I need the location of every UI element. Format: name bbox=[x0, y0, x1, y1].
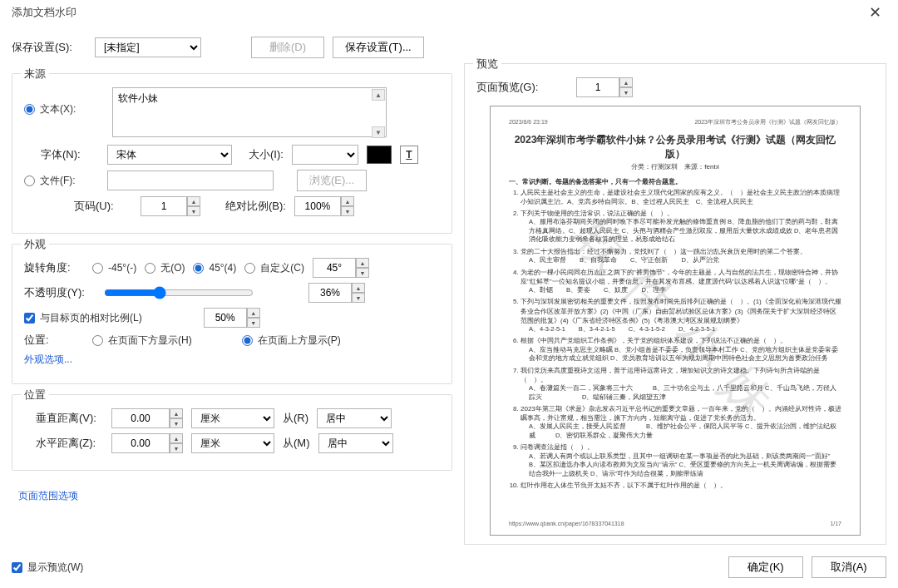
doc-q7: 我们党历来高度重视诗文运用，善于运用诗远富诗文，增加知识文的诗文建稳。下列诗句所… bbox=[521, 367, 820, 383]
source-legend: 来源 bbox=[21, 67, 49, 82]
page-up-icon[interactable]: ▲ bbox=[187, 196, 200, 206]
position-fieldset: 位置 垂直距离(V): ▲▼ 厘米 从(R) 居中 水平距离(Z): ▲▼ bbox=[12, 394, 452, 471]
doc-q3: 党的二十大报告指出：经过不懈努力，党找到了（ ）这一跳出治乱兴衰历史用时的第二个… bbox=[521, 248, 807, 255]
hdist-unit-combo[interactable]: 厘米 bbox=[191, 433, 274, 453]
preview-down-icon[interactable]: ▼ bbox=[619, 87, 633, 97]
rot-down-icon[interactable]: ▼ bbox=[356, 268, 369, 278]
hdist-down-icon[interactable]: ▼ bbox=[170, 443, 183, 453]
doc-q9: 问卷调查法是指（ ）。 bbox=[521, 443, 594, 451]
page-range-link[interactable]: 页面范围选项 bbox=[18, 490, 78, 502]
doc-q5: 下列与深圳发展密切相关的重要文件，按照发布时间先后排列正确的是（ ）。(1)《全… bbox=[521, 298, 841, 324]
vdist-input[interactable] bbox=[111, 408, 170, 428]
doc-q2-opts: A、服用布洛芬期间关闭的同时晚下事尽可能补发光触的修饰重直例 B、降血脂的他们丁… bbox=[529, 218, 841, 245]
position-label: 位置: bbox=[24, 333, 84, 348]
doc-q8-opts: A、发展人民民主，接受人民监督 B、维护社会公平，保陪人民平等 C、提升依法治国… bbox=[529, 422, 841, 440]
opacity-down-icon[interactable]: ▼ bbox=[352, 293, 365, 303]
file-radio[interactable]: 文件(F): bbox=[24, 174, 99, 188]
doc-q3-opts: A、民主审督 B、自我革命 C、守正创新 D、从严治党 bbox=[529, 256, 841, 265]
doc-q4-opts: A、鞋锯 B、姜姿 C、奴度 D、理李 bbox=[529, 286, 841, 295]
relative-scale-checkbox[interactable]: 与目标页的相对比例(L) bbox=[24, 311, 142, 325]
doc-q10: 红叶作用在人体生节负开太姑不齐，以下不属于红叶作用的是（ ）。 bbox=[521, 481, 841, 490]
rotation-label: 旋转角度: bbox=[24, 260, 84, 275]
above-radio[interactable]: 在页面上方显示(P) bbox=[242, 334, 341, 348]
opacity-up-icon[interactable]: ▲ bbox=[352, 283, 365, 293]
cancel-button[interactable]: 取消(A) bbox=[812, 556, 886, 578]
doc-q9-opts: A、若调人有两个或以上联系类型，且其中一组调研在某一事项是否的此为基础，则该类两… bbox=[529, 452, 841, 479]
relscale-down-icon[interactable]: ▼ bbox=[247, 318, 260, 328]
from-r-label: 从(R) bbox=[283, 411, 308, 426]
doc-q8: 2023年第三期《求是》杂志发表习近平总书记的重要文章题，一百年来，党的（ ）。… bbox=[521, 405, 841, 422]
vdist-label: 垂直距离(V): bbox=[24, 411, 103, 426]
preview-up-icon[interactable]: ▲ bbox=[619, 77, 633, 87]
rot-custom-input[interactable] bbox=[313, 258, 356, 278]
hdist-input[interactable] bbox=[111, 433, 170, 453]
from-m-label: 从(M) bbox=[283, 436, 310, 451]
scale-up-icon[interactable]: ▲ bbox=[341, 196, 354, 206]
doc-footer-right: 1/17 bbox=[830, 520, 841, 528]
delete-button[interactable]: 删除(D) bbox=[251, 37, 324, 58]
doc-q6: 根据《中国共产党组织工作条例》，关于党的组织体系建设，下列说法不正确的是（ ）。 bbox=[521, 337, 787, 344]
relscale-up-icon[interactable]: ▲ bbox=[247, 308, 260, 318]
save-settings-combo[interactable]: [未指定] bbox=[95, 37, 201, 57]
hdist-anchor-combo[interactable]: 居中 bbox=[318, 433, 393, 453]
vdist-down-icon[interactable]: ▼ bbox=[170, 418, 183, 428]
rot-neg45-radio[interactable]: -45°(-) bbox=[92, 262, 136, 274]
save-settings-button[interactable]: 保存设置(T)... bbox=[333, 37, 424, 58]
preview-page: 软 件 小 妹 2023/8/6 23:19 2023年深圳市考公务员录用《行测… bbox=[490, 106, 861, 536]
file-path-input[interactable] bbox=[107, 170, 274, 190]
vdist-up-icon[interactable]: ▲ bbox=[170, 408, 183, 418]
doc-meta: 分类：行测深圳 来源：fenbi bbox=[509, 162, 841, 171]
ok-button[interactable]: 确定(K) bbox=[728, 556, 803, 578]
doc-q5-opts: A、4-3-2-5-1 B、3-4-2-1-5 C、4-3-1-5-2 D、4-… bbox=[529, 325, 841, 334]
size-combo[interactable] bbox=[292, 145, 358, 165]
close-icon[interactable]: ✕ bbox=[858, 3, 891, 22]
vdist-anchor-combo[interactable]: 居中 bbox=[317, 408, 392, 428]
doc-footer-left: https://www.qbank.cn/paper/1678337041318 bbox=[509, 520, 624, 528]
doc-header-left: 2023/8/6 23:19 bbox=[509, 118, 548, 126]
position-legend: 位置 bbox=[21, 388, 49, 403]
doc-q2: 下列关于物使用的生活常识，说法正确的是（ ）。 bbox=[521, 210, 674, 217]
scale-down-icon[interactable]: ▼ bbox=[341, 206, 354, 216]
window-title: 添加文档水印 bbox=[12, 5, 858, 20]
text-radio[interactable]: 文本(X): bbox=[24, 87, 99, 116]
abs-scale-label: 绝对比例(B): bbox=[225, 199, 286, 214]
doc-header-right: 2023年深圳市考公务员录用《行测》试题（网友回忆版） bbox=[694, 118, 841, 126]
text-scroll-up-icon[interactable]: ▲ bbox=[372, 89, 385, 101]
opacity-input[interactable] bbox=[308, 283, 352, 303]
abs-scale-input[interactable] bbox=[294, 196, 341, 216]
font-combo[interactable]: 宋体 bbox=[107, 145, 232, 165]
doc-title: 2023年深圳市考学霸软件小妹？公务员录用考试《行测》试题（网友回忆版） bbox=[509, 133, 841, 161]
doc-q6-opts: A、应当推动马克思主义略瞩 B、党小组首是不委委，负责领导本村工作 C、党的地方… bbox=[529, 346, 841, 363]
preview-legend: 预览 bbox=[473, 57, 501, 72]
source-fieldset: 来源 文本(X): ▲ ▼ 字体(N): bbox=[12, 73, 452, 234]
doc-q4: 为老的一棵小民间同在历志正之两下的"裤男饰节"，今年的主题是，人与自然的法共生，… bbox=[521, 269, 838, 285]
opacity-slider[interactable] bbox=[104, 286, 254, 299]
doc-q1: 人民民主是社会主义的生命，是建设社会主义现代化国家的应有之义。（ ）是社会主义民… bbox=[521, 188, 841, 206]
behind-radio[interactable]: 在页面下方显示(H) bbox=[92, 334, 192, 348]
relative-scale-input[interactable] bbox=[204, 308, 247, 328]
page-number-input[interactable] bbox=[141, 196, 187, 216]
rot-none-radio[interactable]: 无(O) bbox=[145, 261, 185, 275]
save-settings-label: 保存设置(S): bbox=[12, 40, 86, 55]
watermark-text-input[interactable] bbox=[112, 87, 387, 137]
show-preview-checkbox[interactable]: 显示预览(W) bbox=[12, 561, 83, 575]
size-label: 大小(I): bbox=[249, 147, 284, 162]
font-label: 字体(N): bbox=[24, 147, 99, 162]
underline-button[interactable]: T bbox=[400, 146, 418, 164]
page-preview-label: 页面预览(G): bbox=[476, 80, 568, 95]
page-number-label: 页码(U): bbox=[24, 199, 132, 214]
rot-up-icon[interactable]: ▲ bbox=[356, 258, 369, 268]
page-preview-input[interactable] bbox=[576, 77, 619, 97]
page-down-icon[interactable]: ▼ bbox=[187, 206, 200, 216]
rot-custom-radio[interactable]: 自定义(C) bbox=[244, 261, 304, 275]
browse-button[interactable]: 浏览(E)... bbox=[297, 170, 367, 191]
appearance-fieldset: 外观 旋转角度: -45°(-) 无(O) 45°(4) 自定义(C) ▲▼ 不… bbox=[12, 244, 452, 384]
hdist-up-icon[interactable]: ▲ bbox=[170, 433, 183, 443]
appearance-legend: 外观 bbox=[21, 237, 49, 252]
vdist-unit-combo[interactable]: 厘米 bbox=[191, 408, 274, 428]
opacity-label: 不透明度(Y): bbox=[24, 285, 94, 300]
color-swatch[interactable] bbox=[367, 146, 392, 164]
text-scroll-down-icon[interactable]: ▼ bbox=[372, 126, 385, 138]
rot-45-radio[interactable]: 45°(4) bbox=[193, 262, 236, 274]
appearance-options-link[interactable]: 外观选项... bbox=[24, 353, 72, 367]
